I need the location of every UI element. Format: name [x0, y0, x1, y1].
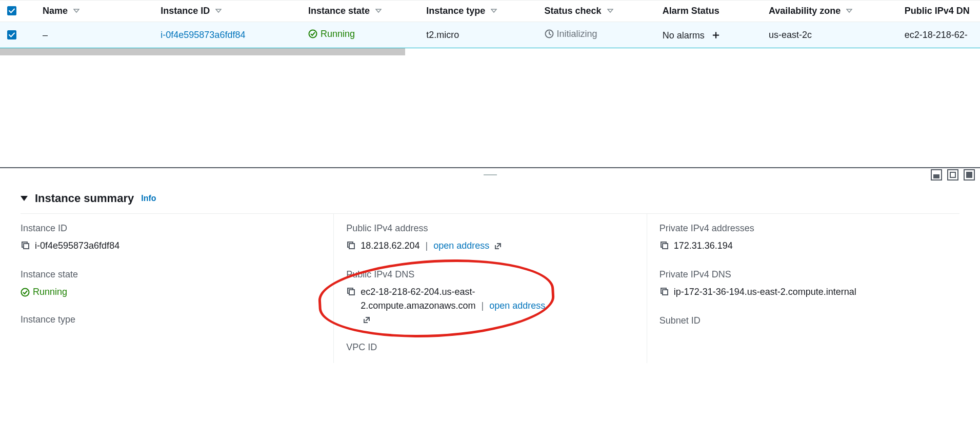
label-instance-id: Instance ID — [21, 223, 321, 234]
col-header-status-check-label: Status check — [545, 6, 602, 16]
cell-instance-state-label: Running — [321, 29, 355, 39]
panel-half-button[interactable] — [947, 169, 958, 181]
external-link-icon — [494, 242, 502, 250]
empty-area — [0, 55, 980, 168]
check-circle-icon — [21, 288, 30, 297]
col-header-az-label: Availability zone — [769, 6, 841, 16]
table-row[interactable]: – i-0f4e595873a6fdf84 Running t2.micro I… — [0, 22, 980, 48]
drag-handle-icon — [484, 174, 497, 175]
label-instance-type: Instance type — [21, 314, 321, 325]
col-header-az[interactable]: Availability zone — [762, 1, 897, 22]
cell-status-check: Initializing — [545, 29, 597, 39]
panel-collapse-button[interactable] — [931, 169, 942, 181]
value-public-dns: ec2-18-218-62-204.us-east-2.compute.amaz… — [361, 287, 475, 311]
cell-instance-id-link[interactable]: i-0f4e595873a6fdf84 — [161, 30, 245, 40]
label-instance-state: Instance state — [21, 269, 321, 280]
panel-full-button[interactable] — [964, 169, 975, 181]
value-private-dns: ip-172-31-36-194.us-east-2.compute.inter… — [674, 285, 856, 299]
cell-status-check-label: Initializing — [557, 29, 597, 39]
summary-title: Instance summary — [35, 192, 134, 205]
sort-icon — [491, 8, 497, 14]
col-header-name[interactable]: Name — [35, 1, 153, 22]
cell-name: – — [35, 22, 153, 48]
summary-col-left: Instance ID i-0f4e595873a6fdf84 Instance… — [21, 214, 333, 363]
value-instance-state: Running — [33, 285, 67, 299]
cell-alarm-status: No alarms — [663, 30, 705, 41]
row-checkbox[interactable] — [7, 30, 16, 39]
copy-icon[interactable] — [659, 286, 669, 300]
copy-icon[interactable] — [346, 286, 355, 300]
value-private-ip: 172.31.36.194 — [674, 239, 733, 253]
cell-instance-type: t2.micro — [419, 22, 537, 48]
label-subnet-id: Subnet ID — [659, 315, 947, 326]
instances-table: Name Instance ID Instance state Instance… — [0, 1, 980, 48]
copy-icon[interactable] — [659, 240, 669, 254]
col-header-instance-id-label: Instance ID — [161, 6, 210, 16]
select-all-checkbox[interactable] — [7, 6, 16, 15]
svg-rect-10 — [663, 244, 668, 249]
instance-summary-panel: Instance summary Info Instance ID i-0f4e… — [0, 182, 980, 378]
label-private-ip: Private IPv4 addresses — [659, 223, 947, 234]
sort-icon — [846, 8, 852, 14]
svg-rect-12 — [663, 290, 668, 295]
sort-icon — [607, 8, 613, 14]
svg-point-0 — [309, 30, 317, 38]
cell-az: us-east-2c — [762, 22, 897, 48]
col-header-name-label: Name — [43, 6, 68, 16]
col-header-status-check[interactable]: Status check — [537, 1, 655, 22]
label-public-ip: Public IPv4 address — [346, 223, 634, 234]
col-header-alarm-status-label: Alarm Status — [663, 6, 719, 16]
sort-icon — [375, 8, 382, 14]
svg-rect-3 — [24, 244, 29, 249]
col-header-instance-state[interactable]: Instance state — [301, 1, 419, 22]
col-header-instance-id[interactable]: Instance ID — [153, 1, 301, 22]
copy-icon[interactable] — [21, 240, 30, 254]
svg-point-4 — [22, 288, 29, 296]
label-vpc-id: VPC ID — [346, 342, 634, 353]
col-header-public-dns[interactable]: Public IPv4 DN — [897, 1, 980, 22]
copy-icon[interactable] — [346, 240, 355, 254]
clock-icon — [545, 29, 554, 38]
value-instance-id: i-0f4e595873a6fdf84 — [35, 239, 119, 253]
value-public-ip: 18.218.62.204 — [361, 240, 419, 251]
svg-rect-6 — [349, 244, 354, 249]
collapse-caret-icon[interactable] — [21, 196, 28, 201]
summary-col-right: Private IPv4 addresses 172.31.36.194 Pri… — [647, 214, 959, 363]
summary-col-mid: Public IPv4 address 18.218.62.204 | open… — [333, 214, 646, 363]
col-header-alarm-status[interactable]: Alarm Status — [655, 1, 762, 22]
sort-icon — [215, 8, 222, 14]
col-header-instance-type-label: Instance type — [426, 6, 485, 16]
instances-table-wrap: Name Instance ID Instance state Instance… — [0, 0, 980, 55]
horizontal-scrollbar[interactable] — [0, 48, 980, 55]
cell-public-dns: ec2-18-218-62- — [897, 22, 980, 48]
add-alarm-button[interactable]: ＋ — [710, 28, 722, 41]
col-header-instance-type[interactable]: Instance type — [419, 1, 537, 22]
col-header-public-dns-label: Public IPv4 DN — [905, 6, 970, 16]
sort-icon — [73, 8, 79, 14]
label-public-dns: Public IPv4 DNS — [346, 269, 634, 280]
panel-resize-bar[interactable] — [0, 168, 980, 182]
svg-rect-8 — [349, 290, 354, 295]
external-link-icon — [363, 316, 371, 324]
col-header-instance-state-label: Instance state — [308, 6, 370, 16]
label-private-dns: Private IPv4 DNS — [659, 269, 947, 280]
summary-header: Instance summary Info — [21, 187, 959, 214]
check-circle-icon — [308, 29, 317, 38]
cell-instance-state: Running — [308, 29, 355, 39]
open-address-link[interactable]: open address — [433, 240, 489, 251]
info-link[interactable]: Info — [141, 194, 156, 203]
open-address-link-dns[interactable]: open address — [489, 300, 545, 311]
